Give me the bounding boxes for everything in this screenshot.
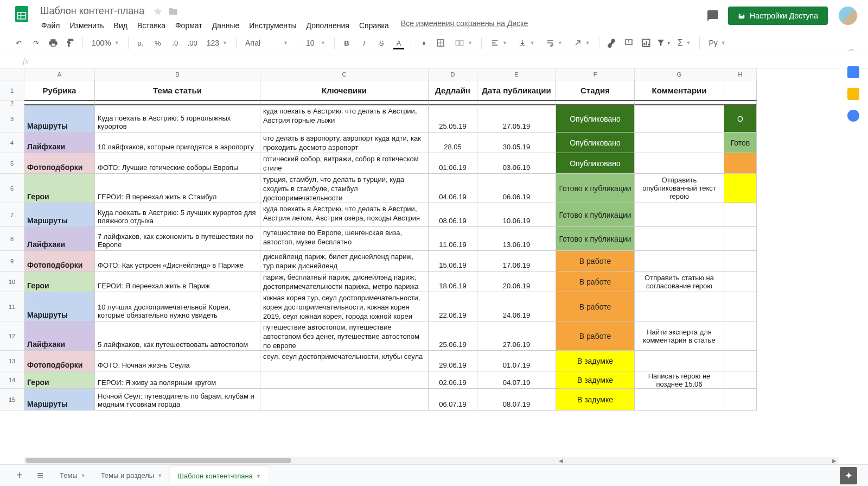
pubdate-cell[interactable]: 24.06.19 [477,292,556,321]
category-cell[interactable]: Фотоподборки [24,153,95,174]
avatar[interactable] [839,7,857,25]
topic-cell[interactable]: 10 лучших достопримечательной Кореи, кот… [95,292,260,321]
stage-cell[interactable]: В работе [556,321,635,351]
category-cell[interactable]: Герои [24,174,95,203]
row-header[interactable]: 15 [0,389,24,411]
pubdate-cell[interactable]: 30.05.19 [477,132,556,153]
cell[interactable]: О [724,105,757,132]
deadline-cell[interactable]: 18.06.19 [429,272,477,292]
topic-cell[interactable]: Куда поехать в Австрию: 5 горнолыжных ку… [95,105,260,132]
deadline-cell[interactable]: 29.06.19 [429,351,477,371]
deadline-cell[interactable]: 04.06.19 [429,174,477,203]
topic-cell[interactable]: ГЕРОИ: Я живу за полярным кругом [95,371,260,389]
pubdate-cell[interactable]: 01.07.19 [477,351,556,371]
menu-0[interactable]: Файл [37,19,64,32]
sheets-logo[interactable] [11,3,33,25]
select-all-corner[interactable] [0,68,24,80]
col-header[interactable]: H [724,68,757,80]
row-header[interactable]: 13 [0,351,24,371]
header-cell[interactable]: Комментарии [635,80,724,101]
row-header[interactable]: 2 [0,101,24,105]
comment-cell[interactable]: Отправить статью на согласование герою [635,272,724,292]
cell[interactable] [477,101,556,105]
col-header[interactable]: A [24,68,95,80]
stage-cell[interactable]: Готово к публикации [556,203,635,227]
menu-2[interactable]: Вид [110,19,132,32]
horizontal-scrollbar[interactable]: ◀▶ [24,457,839,464]
header-cell[interactable]: Тема статьи [95,80,260,101]
link-button[interactable] [604,35,619,51]
comments-icon[interactable] [705,8,720,23]
dec-decimal-button[interactable]: .0 [168,35,183,51]
stage-cell[interactable]: Готово к публикации [556,227,635,251]
stage-cell[interactable]: В работе [556,292,635,321]
chart-button[interactable] [639,35,654,51]
category-cell[interactable]: Фотоподборки [24,351,95,371]
category-cell[interactable]: Маршруты [24,292,95,321]
fillcolor-button[interactable] [416,35,431,51]
cell[interactable] [429,101,477,105]
stage-cell[interactable]: В работе [556,272,635,292]
stage-cell[interactable]: В задумке [556,371,635,389]
cell[interactable] [724,389,757,411]
category-cell[interactable]: Герои [24,371,95,389]
halign-button[interactable]: ▼ [486,36,512,49]
cell[interactable] [724,321,757,351]
header-cell[interactable]: Ключевики [260,80,429,101]
cell[interactable] [724,174,757,203]
category-cell[interactable]: Маршруты [24,389,95,411]
undo-button[interactable]: ↶ [11,35,26,51]
sheet-tab[interactable]: Темы и разделы▼ [93,466,170,484]
keywords-cell[interactable]: что делать в аэропорту, аэропорт куда ид… [260,132,429,153]
bold-button[interactable]: B [339,35,354,51]
deadline-cell[interactable]: 01.06.19 [429,153,477,174]
topic-cell[interactable]: 10 лайфхаков, которые пригодятся в аэроп… [95,132,260,153]
comment-cell[interactable] [635,351,724,371]
paint-format-button[interactable] [63,35,78,51]
topic-cell[interactable]: 5 лайфхаков, как путешествовать автостоп… [95,321,260,351]
cell[interactable] [724,153,757,174]
formula-bar[interactable]: fx [0,54,868,68]
doc-title[interactable]: Шаблон контент-плана [37,4,148,18]
strike-button[interactable]: S [374,35,389,51]
all-sheets-button[interactable]: ≡ [31,467,49,484]
pubdate-cell[interactable]: 10.06.19 [477,203,556,227]
italic-button[interactable]: I [356,35,372,51]
category-cell[interactable]: Фотоподборки [24,251,95,272]
merge-button[interactable]: ▼ [450,36,477,50]
category-cell[interactable]: Маршруты [24,203,95,227]
format-select[interactable]: 123▼ [202,36,232,49]
header-cell[interactable]: Стадия [556,80,635,101]
category-cell[interactable]: Лайфхаки [24,321,95,351]
cell[interactable] [635,101,724,105]
keywords-cell[interactable]: диснейленд париж, билет диснейленд париж… [260,251,429,272]
deadline-cell[interactable]: 28.05 [429,132,477,153]
pubdate-cell[interactable]: 27.06.19 [477,321,556,351]
comment-cell[interactable]: Найти эксперта для комментария в статье [635,321,724,351]
fontsize-select[interactable]: 10▼ [302,36,330,49]
deadline-cell[interactable]: 02.06.19 [429,371,477,389]
filter-button[interactable]: ▼ [656,35,671,51]
cell[interactable] [724,292,757,321]
cell[interactable]: Готов [724,132,757,153]
comment-cell[interactable]: Отправить опубликованный текст герою [635,174,724,203]
row-header[interactable]: 14 [0,371,24,389]
pubdate-cell[interactable]: 13.06.19 [477,227,556,251]
pubdate-cell[interactable]: 08.07.19 [477,389,556,411]
topic-cell[interactable]: Куда поехать в Австрию: 5 лучших курорто… [95,203,260,227]
menu-5[interactable]: Данные [208,19,244,32]
cell[interactable] [724,227,757,251]
font-select[interactable]: Arial▼ [241,36,292,49]
calendar-icon[interactable] [847,66,859,78]
spreadsheet-grid[interactable]: ABCDEFGH 1РубрикаТема статьиКлючевикиДед… [0,68,757,449]
cell[interactable] [724,371,757,389]
stage-cell[interactable]: Опубликовано [556,105,635,132]
row-header[interactable]: 3 [0,105,24,132]
valign-button[interactable]: ▼ [514,36,539,49]
menu-6[interactable]: Инструменты [245,19,301,32]
comment-cell[interactable] [635,105,724,132]
keywords-cell[interactable]: турция, стамбул, что делать в турции, ку… [260,174,429,203]
keywords-cell[interactable]: путешествие автостопом, путешествие авто… [260,321,429,351]
keywords-cell[interactable]: готический собор, витражи, собор в готич… [260,153,429,174]
comment-cell[interactable] [635,203,724,227]
